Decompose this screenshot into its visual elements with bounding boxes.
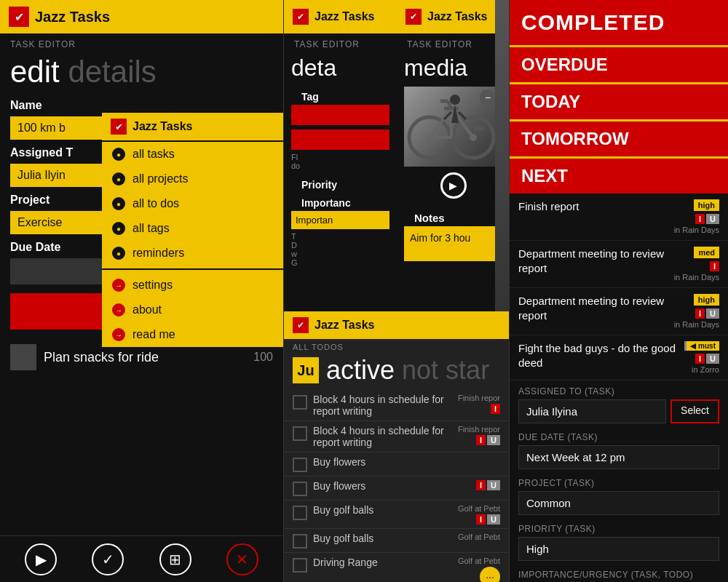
badge-u: U [706, 214, 719, 224]
app-icon-p3-detail: ✔ [293, 9, 309, 25]
rtask-text-dept2: Department meeting to review report [518, 294, 668, 322]
dropdown-all-projects[interactable]: ● all projects [102, 167, 284, 191]
rtask-meta-dept2: high I U in Rain Days [674, 294, 719, 329]
detail-due-value: Next Week at 12 pm [518, 445, 719, 469]
p3-tag-field2[interactable] [291, 129, 389, 150]
p3-importance-value[interactable]: Importan [291, 211, 389, 229]
dropdown-app-title: Jazz Tasks [132, 120, 192, 133]
dropdown-all-todos[interactable]: ● all to dos [102, 191, 284, 216]
close-button[interactable]: ✕ [226, 543, 258, 575]
arrow-icon: → [112, 279, 125, 292]
app-icon-p3-media: ✔ [405, 9, 422, 25]
badge-i-1: I [491, 404, 500, 414]
todo-checkbox-1[interactable] [293, 395, 307, 410]
dropdown-all-tags[interactable]: ● all tags [102, 216, 284, 241]
dropdown-settings[interactable]: → settings [102, 273, 284, 298]
rtask-context-fight: in Zorro [692, 365, 719, 374]
app-title-p3-detail: Jazz Tasks [314, 10, 374, 23]
todo-item-2: Block 4 hours in schedule for report wri… [284, 421, 509, 453]
media-image: − [404, 87, 499, 167]
notes-value[interactable]: Aim for 3 hou [404, 226, 502, 261]
detail-assigned-row: Julia Ilyina Select [518, 399, 719, 423]
detail-assigned-value: Julia Ilyina [518, 399, 666, 423]
p3-detail-title: deta [284, 52, 397, 84]
todo-overlay: ✔ Jazz Tasks ALL TODOS Ju active not sta… [284, 311, 509, 582]
check-button[interactable]: ✓ [92, 543, 124, 575]
p3-tag-field[interactable] [291, 105, 389, 125]
arrow-icon: → [112, 303, 125, 316]
bullet-icon: ● [112, 148, 125, 161]
app-header-panel1: ✔ Jazz Tasks [0, 0, 283, 33]
save-button[interactable]: ⊞ [159, 543, 191, 575]
p3-priority-label: Priority [291, 175, 389, 193]
play-button-media[interactable]: ▶ [440, 172, 467, 199]
dropdown-header: ✔ Jazz Tasks [102, 113, 284, 142]
rtask-finish-report: Finish report high I U in Rain Days [510, 194, 728, 241]
rtask-dept-meeting1: Department meeting to review report med … [510, 241, 728, 288]
task-checkbox[interactable] [10, 344, 36, 370]
task-count: 100 [253, 351, 273, 364]
todo-checkbox-2[interactable] [293, 426, 307, 441]
arrow-icon: → [112, 328, 125, 341]
rtask-badges-finish: I U [695, 214, 719, 224]
notes-label: Notes [404, 207, 502, 226]
rtask-badges-dept1: I [710, 261, 719, 271]
media-sidebar-strip [495, 0, 510, 313]
todo-context-5: Golf at Pebt [458, 504, 500, 513]
priority-badge-high: high [694, 199, 719, 211]
todo-item-3: Buy flowers [284, 453, 509, 477]
todo-item-6: Buy golf balls Golf at Pebt [284, 529, 509, 553]
todo-checkbox-3[interactable] [293, 458, 307, 472]
section-label-p3-detail: TASK EDITOR [284, 33, 397, 52]
dropdown-about[interactable]: → about [102, 298, 284, 322]
badge-i: I [695, 214, 705, 224]
detail-importance-label: Importance/Urgency (Task, ToDo) [518, 570, 719, 580]
todo-tags-1: Finish repor I [458, 394, 500, 414]
dropdown-readme[interactable]: → read me [102, 322, 284, 347]
more-options-button[interactable]: ··· [480, 567, 500, 582]
section-label-p3-media: TASK EDITOR [397, 33, 510, 52]
person-avatar: Ju [293, 357, 319, 383]
badge-i-dept2: I [695, 308, 705, 319]
p3-tag-label: Tag [291, 87, 389, 105]
detail-project-section: Project (Task) Common [510, 472, 728, 518]
todo-text-3: Buy flowers [313, 456, 494, 468]
detail-priority-label: Priority (Task) [518, 524, 719, 534]
rtask-meta-finish: high I U in Rain Days [674, 199, 719, 234]
svg-point-12 [450, 95, 460, 105]
todo-title: active not star [326, 355, 489, 386]
today-header[interactable]: TODAY [510, 82, 728, 119]
dropdown-all-tasks[interactable]: ● all tasks [102, 142, 284, 167]
dropdown-reminders[interactable]: ● reminders [102, 241, 284, 266]
tomorrow-header[interactable]: TOMORROW [510, 119, 728, 156]
todo-checkbox-5[interactable] [293, 506, 307, 520]
detail-project-label: Project (Task) [518, 478, 719, 488]
detail-project-value: Common [518, 491, 719, 515]
todo-checkbox-7[interactable] [293, 558, 307, 573]
detail-priority-value: High [518, 537, 719, 561]
badge-u-dept2: U [706, 308, 719, 319]
play-button[interactable]: ▶ [25, 543, 57, 575]
p3-tag-info: Fldo [291, 153, 389, 170]
todo-checkbox-6[interactable] [293, 534, 307, 549]
media-play-area: ▶ [397, 172, 510, 199]
todo-section-label: ALL TODOS [284, 339, 509, 355]
todo-text-2: Block 4 hours in schedule for report wri… [313, 425, 452, 448]
p3-extra-label: TDwG [291, 232, 389, 267]
todo-checkbox-4[interactable] [293, 482, 307, 496]
todo-context-2: Finish repor [458, 425, 500, 434]
todo-tags-4: I U [476, 480, 500, 490]
name-label: Name [0, 95, 283, 114]
rtask-context-dept2: in Rain Days [674, 320, 719, 329]
todo-context-6: Golf at Pebt [458, 533, 500, 541]
next-header[interactable]: NEXT [510, 156, 728, 194]
todo-badges-4: I U [476, 480, 500, 490]
detail-assigned-section: Assigned to (Task) Julia Ilyina Select [510, 380, 728, 426]
badge-u-5: U [487, 514, 500, 525]
todo-text-6: Buy golf balls [313, 533, 452, 544]
section-label-panel1: TASK EDITOR [0, 33, 283, 52]
panel1-big-title: edit details [0, 52, 283, 95]
todo-item-7: Driving Range Golf at Pebt ··· [284, 553, 509, 582]
overdue-header[interactable]: OVERDUE [510, 45, 728, 82]
select-button[interactable]: Select [670, 399, 719, 423]
